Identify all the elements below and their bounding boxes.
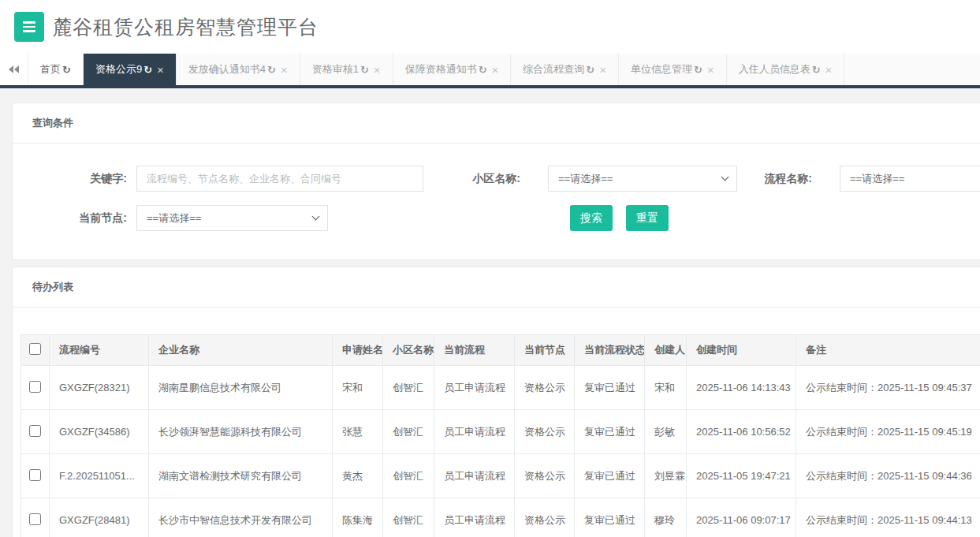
row-checkbox[interactable] <box>29 469 41 481</box>
page-title: 麓谷租赁公租房智慧管理平台 <box>52 14 319 40</box>
tab-2[interactable]: 资格公示9↻× <box>84 54 177 85</box>
hamburger-icon <box>23 21 35 24</box>
refresh-icon[interactable]: ↻ <box>62 64 71 76</box>
query-form: 关键字: 小区名称: ==请选择== 流程名称: ==请选择== 当前节点: <box>13 144 980 259</box>
close-icon[interactable]: × <box>707 64 714 76</box>
column-header-2: 企业名称 <box>149 335 333 366</box>
table-header-row: 流程编号企业名称申请姓名小区名称当前流程当前节点当前流程状态创建人创建时间备注 <box>21 335 980 366</box>
refresh-icon[interactable]: ↻ <box>143 64 152 76</box>
close-icon[interactable]: × <box>281 64 288 76</box>
todo-panel: 待办列表 流程编号企业名称申请姓名小区名称当前流程当前节点当前流程状态创建人创建… <box>12 267 980 537</box>
close-icon[interactable]: × <box>157 64 164 76</box>
table-cell: GXGZF(28321) <box>50 366 149 410</box>
tab-7[interactable]: 单位信息管理↻× <box>619 54 727 85</box>
table-cell: 资格公示 <box>515 366 575 410</box>
refresh-icon[interactable]: ↻ <box>479 64 487 76</box>
tab-bar: 首页↻资格公示9↻×发放确认通知书4↻×资格审核1↻×保障资格通知书↻×综合流程… <box>0 54 980 88</box>
flow-name-label: 流程名称: <box>737 172 812 186</box>
table-row[interactable]: F.2.202511051...湖南文谱检测技术研究有限公司黄杰创智汇员工申请流… <box>21 454 980 498</box>
row-checkbox[interactable] <box>29 513 41 525</box>
community-label: 小区名称: <box>423 172 520 186</box>
table-cell: F.2.202511051... <box>50 454 149 498</box>
select-all-checkbox[interactable] <box>29 343 41 355</box>
refresh-icon[interactable]: ↻ <box>360 64 369 76</box>
refresh-icon[interactable]: ↻ <box>812 64 821 76</box>
table-cell: 创智汇 <box>383 410 434 454</box>
column-header-7: 当前流程状态 <box>575 335 645 366</box>
todo-table-wrap: 流程编号企业名称申请姓名小区名称当前流程当前节点当前流程状态创建人创建时间备注 … <box>13 308 980 537</box>
table-row[interactable]: GXGZF(34586)长沙领湃智慧能源科技有限公司张慧创智汇员工申请流程资格公… <box>21 410 980 454</box>
row-checkbox[interactable] <box>29 381 41 393</box>
table-cell: 复审已通过 <box>575 366 645 410</box>
close-icon[interactable]: × <box>374 64 381 76</box>
search-button[interactable]: 搜索 <box>570 205 613 231</box>
tab-5[interactable]: 保障资格通知书↻× <box>393 54 512 85</box>
table-row[interactable]: GXGZF(28321)湖南星鹏信息技术有限公司宋和创智汇员工申请流程资格公示复… <box>21 366 980 410</box>
column-header-3: 申请姓名 <box>333 335 383 366</box>
table-cell: 创智汇 <box>383 366 434 410</box>
column-header-10: 备注 <box>796 335 980 366</box>
table-cell: 员工申请流程 <box>434 454 515 498</box>
tab-6[interactable]: 综合流程查询↻× <box>511 54 619 85</box>
tab-label: 发放确认通知书4 <box>188 62 266 76</box>
table-cell: 创智汇 <box>383 454 434 498</box>
table-cell: 复审已通过 <box>575 410 645 454</box>
todo-panel-title: 待办列表 <box>13 267 980 308</box>
current-node-label: 当前节点: <box>28 211 127 226</box>
table-cell: 创智汇 <box>383 498 434 537</box>
column-header-5: 当前流程 <box>434 335 515 366</box>
column-header-1: 流程编号 <box>50 335 149 366</box>
current-node-select[interactable]: ==请选择== <box>136 205 328 231</box>
table-cell: 复审已通过 <box>575 498 645 537</box>
column-header-8: 创建人 <box>645 335 687 366</box>
todo-table: 流程编号企业名称申请姓名小区名称当前流程当前节点当前流程状态创建人创建时间备注 … <box>20 334 980 537</box>
column-header-9: 创建时间 <box>687 335 796 366</box>
tab-label: 资格审核1 <box>312 62 359 76</box>
table-cell: GXGZF(28481) <box>50 498 149 537</box>
table-cell: 员工申请流程 <box>434 366 515 410</box>
row-checkbox[interactable] <box>29 425 41 437</box>
refresh-icon[interactable]: ↻ <box>267 64 276 76</box>
column-header-4: 小区名称 <box>383 335 434 366</box>
table-cell: 穆玲 <box>645 498 687 537</box>
flow-name-select[interactable]: ==请选择== <box>840 166 980 192</box>
refresh-icon[interactable]: ↻ <box>694 64 702 76</box>
close-icon[interactable]: × <box>599 64 606 76</box>
tab-label: 首页 <box>40 62 61 76</box>
tab-1[interactable]: 首页↻ <box>28 54 84 85</box>
reset-button[interactable]: 重置 <box>626 205 669 231</box>
refresh-icon[interactable]: ↻ <box>586 64 594 76</box>
query-panel: 查询条件 关键字: 小区名称: ==请选择== 流程名称: ==请选择== 当前… <box>12 103 980 260</box>
table-cell: 刘昱霖 <box>645 454 687 498</box>
tab-label: 保障资格通知书 <box>405 62 477 76</box>
table-cell: 黄杰 <box>333 454 383 498</box>
table-cell: GXGZF(34586) <box>50 410 149 454</box>
menu-toggle-button[interactable] <box>14 12 44 42</box>
table-cell: 公示结束时间：2025-11-15 09:44:13 <box>796 498 980 537</box>
table-cell: 公示结束时间：2025-11-15 09:45:19 <box>796 410 980 454</box>
query-panel-title: 查询条件 <box>13 103 980 144</box>
column-header-6: 当前节点 <box>515 335 575 366</box>
table-cell: 宋和 <box>333 366 383 410</box>
table-row[interactable]: GXGZF(28481)长沙市中智信息技术开发有限公司陈集海创智汇员工申请流程资… <box>21 498 980 537</box>
tab-label: 单位信息管理 <box>631 62 692 76</box>
keyword-label: 关键字: <box>28 172 127 186</box>
table-cell: 员工申请流程 <box>434 410 515 454</box>
table-cell: 员工申请流程 <box>434 498 515 537</box>
tab-label: 资格公示9 <box>95 62 142 76</box>
tabs-scroll-left-button[interactable] <box>0 54 28 85</box>
tab-8[interactable]: 入住人员信息表↻× <box>727 54 845 85</box>
table-cell: 2025-11-06 10:56:52 <box>687 410 796 454</box>
close-icon[interactable]: × <box>825 64 833 76</box>
table-cell: 2025-11-06 14:13:43 <box>687 366 796 410</box>
table-cell: 彭敏 <box>645 410 687 454</box>
table-cell: 张慧 <box>333 410 383 454</box>
table-cell: 湖南文谱检测技术研究有限公司 <box>149 454 333 498</box>
keyword-input[interactable] <box>136 166 423 192</box>
tab-4[interactable]: 资格审核1↻× <box>300 54 393 85</box>
tab-label: 综合流程查询 <box>523 62 584 76</box>
close-icon[interactable]: × <box>492 64 499 76</box>
community-select[interactable]: ==请选择== <box>548 166 737 192</box>
tab-3[interactable]: 发放确认通知书4↻× <box>177 54 300 85</box>
table-cell: 宋和 <box>645 366 687 410</box>
